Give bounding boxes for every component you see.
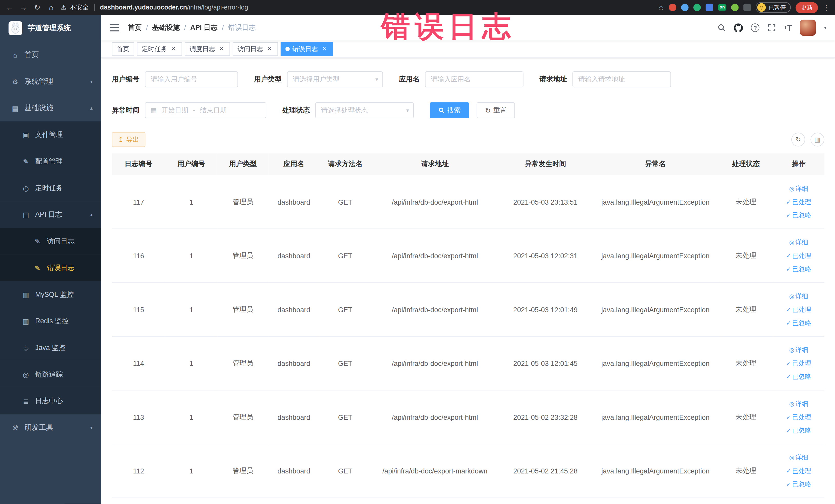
sidebar-item-infra[interactable]: ▤ 基础设施 ▴ [0, 95, 101, 121]
sidebar-item-label: Java 监控 [35, 343, 65, 352]
detail-link[interactable]: ◎详细 [775, 451, 822, 464]
extension-icon[interactable] [681, 4, 689, 11]
sidebar-item-file-manage[interactable]: ▣ 文件管理 [0, 121, 101, 148]
tab-error-log[interactable]: 错误日志 × [281, 42, 333, 56]
sidebar-item-dev-tools[interactable]: ⚒ 研发工具 ▾ [0, 415, 101, 441]
sidebar-item-system[interactable]: ⚙ 系统管理 ▾ [0, 68, 101, 95]
sidebar-item-java-monitor[interactable]: ☕ Java 监控 [0, 335, 101, 361]
detail-link[interactable]: ◎详细 [775, 236, 822, 249]
close-icon[interactable]: × [170, 45, 177, 53]
browser-back-icon[interactable]: ← [5, 3, 14, 12]
processed-link[interactable]: ✓已处理 [775, 357, 822, 370]
cell-user-type: 管理员 [217, 283, 268, 337]
cell-request-url: /api/infra/db-doc/export-markdown [371, 444, 499, 498]
sidebar: 芋道管理系统 ⌂ 首页 ⚙ 系统管理 ▾ ▤ 基础设施 ▴ ▣ [0, 15, 101, 504]
avatar[interactable] [800, 20, 816, 36]
refresh-icon: ↻ [795, 136, 801, 143]
ignored-link[interactable]: ✓已忽略 [775, 478, 822, 491]
detail-link[interactable]: ◎详细 [775, 289, 822, 303]
sidebar-item-redis-monitor[interactable]: ▥ Redis 监控 [0, 308, 101, 335]
export-button[interactable]: ↥ 导出 [112, 132, 145, 147]
close-icon[interactable]: × [266, 45, 273, 53]
extension-icon[interactable] [744, 4, 751, 11]
close-icon[interactable]: × [321, 45, 328, 53]
sidebar-item-mysql-monitor[interactable]: ▦ MySQL 监控 [0, 281, 101, 308]
processed-link[interactable]: ✓已处理 [775, 249, 822, 262]
close-icon[interactable]: × [218, 45, 225, 53]
tab-label: 错误日志 [292, 44, 318, 54]
user-id-input[interactable] [145, 72, 238, 87]
ignored-link[interactable]: ✓已忽略 [775, 370, 822, 383]
breadcrumb-item-current: 错误日志 [228, 23, 256, 32]
sidebar-item-log-center[interactable]: ≣ 日志中心 [0, 388, 101, 415]
fullscreen-icon[interactable] [768, 23, 776, 32]
reset-button[interactable]: ↻ 重置 [477, 102, 515, 118]
top-navbar: 首页 / 基础设施 / API 日志 / 错误日志 ? [101, 15, 835, 41]
processed-link-label: 已处理 [792, 251, 811, 259]
extension-icon[interactable] [669, 4, 676, 11]
tab-dispatch-log[interactable]: 调度日志 × [185, 42, 230, 56]
search-icon[interactable] [717, 23, 726, 32]
check-icon: ✓ [786, 360, 791, 366]
tab-access-log[interactable]: 访问日志 × [233, 42, 278, 56]
security-chip[interactable]: ⚠ 不安全 [61, 3, 89, 12]
processed-link[interactable]: ✓已处理 [775, 195, 822, 208]
ignored-link[interactable]: ✓已忽略 [775, 424, 822, 437]
ignored-link[interactable]: ✓已忽略 [775, 208, 822, 222]
breadcrumb-item[interactable]: API 日志 [190, 23, 218, 32]
detail-link[interactable]: ◎详细 [775, 397, 822, 410]
browser-home-icon[interactable]: ⌂ [47, 3, 56, 12]
sidebar-item-access-log[interactable]: ✎ 访问日志 [0, 228, 101, 255]
app-name-input[interactable] [425, 72, 524, 87]
sidebar-item-config-manage[interactable]: ✎ 配置管理 [0, 148, 101, 175]
processed-link[interactable]: ✓已处理 [775, 464, 822, 478]
browser-menu-icon[interactable]: ⋮ [823, 3, 830, 11]
ignored-link[interactable]: ✓已忽略 [775, 316, 822, 329]
refresh-table-button[interactable]: ↻ [791, 133, 805, 147]
tab-home[interactable]: 首页 [112, 42, 134, 56]
paused-badge[interactable]: ☺ 已暂停 [756, 2, 791, 13]
sidebar-item-trace[interactable]: ◎ 链路追踪 [0, 361, 101, 388]
font-size-icon[interactable]: TT [784, 24, 792, 32]
ignored-link[interactable]: ✓已忽略 [775, 262, 822, 276]
chrome-update-button[interactable]: 更新 [795, 2, 818, 13]
process-status-select[interactable]: ▾ [315, 102, 414, 118]
sidebar-collapse-button[interactable] [109, 24, 119, 31]
processed-link[interactable]: ✓已处理 [775, 303, 822, 316]
browser-forward-icon[interactable]: → [19, 3, 28, 12]
github-icon[interactable] [734, 23, 743, 32]
col-app-name: 应用名 [268, 153, 319, 175]
extension-icon[interactable] [706, 4, 713, 11]
user-type-select[interactable]: ▾ [287, 72, 383, 87]
app-logo[interactable]: 芋道管理系统 [0, 15, 101, 42]
process-status-select-input[interactable] [315, 102, 414, 118]
check-icon: ✓ [786, 252, 791, 259]
detail-link[interactable]: ◎详细 [775, 182, 822, 195]
sidebar-item-home[interactable]: ⌂ 首页 [0, 42, 101, 68]
breadcrumb-item[interactable]: 首页 [128, 23, 142, 32]
sidebar-item-scheduled-job[interactable]: ◷ 定时任务 [0, 175, 101, 201]
breadcrumb-item[interactable]: 基础设施 [152, 23, 180, 32]
browser-reload-icon[interactable]: ↻ [33, 3, 42, 12]
help-icon[interactable]: ? [751, 23, 759, 32]
column-settings-button[interactable]: ▥ [811, 133, 824, 147]
detail-link[interactable]: ◎详细 [775, 343, 822, 357]
paused-label: 已暂停 [769, 3, 786, 11]
extension-icon[interactable] [694, 4, 701, 11]
date-range-picker[interactable]: ▦ 开始日期 - 结束日期 [145, 102, 266, 118]
search-button[interactable]: 搜索 [430, 102, 469, 118]
request-url-input[interactable] [572, 72, 671, 87]
cell-user-id: 1 [165, 175, 218, 229]
address-bar[interactable]: dashboard.yudao.iocoder.cn/infra/log/api… [100, 4, 248, 11]
browser-right-cluster: ☆ on ☺ 已暂停 更新 ⋮ [658, 2, 830, 13]
processed-link-label: 已处理 [792, 467, 811, 474]
chevron-down-icon[interactable]: ▾ [824, 25, 826, 31]
user-type-select-input[interactable] [287, 72, 383, 87]
extension-on-badge[interactable]: on [718, 4, 727, 11]
sidebar-item-error-log[interactable]: ✎ 错误日志 [0, 255, 101, 281]
processed-link[interactable]: ✓已处理 [775, 410, 822, 424]
bookmark-star-icon[interactable]: ☆ [658, 3, 664, 11]
sidebar-item-api-log[interactable]: ▤ API 日志 ▴ [0, 201, 101, 228]
extension-icon[interactable] [731, 4, 738, 11]
tab-scheduled-job[interactable]: 定时任务 × [137, 42, 182, 56]
